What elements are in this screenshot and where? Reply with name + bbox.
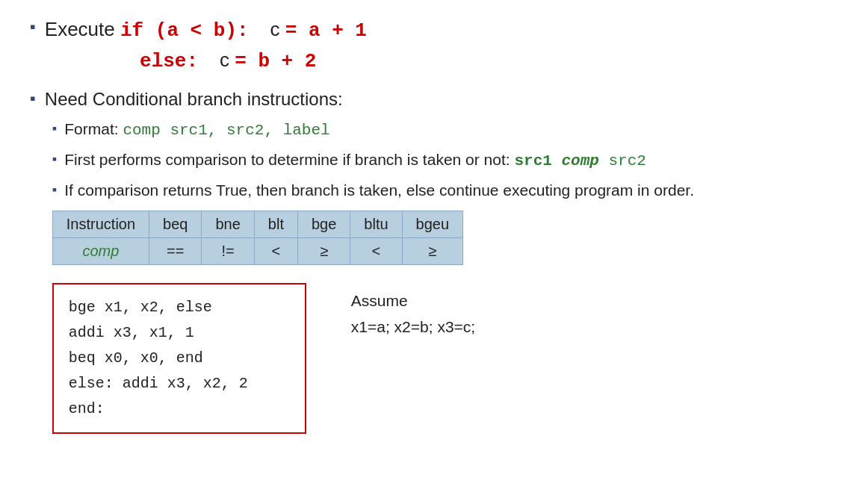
conditional-title: Need Conditional branch instructions: xyxy=(45,87,812,112)
bullet-marker-1: ▪ xyxy=(30,17,36,37)
format-code: comp src1, src2, label xyxy=(123,122,329,139)
bullet-item-conditional: ▪ Need Conditional branch instructions: … xyxy=(30,87,812,434)
code-assume-section: bge x1, x2, else addi x3, x1, 1 beq x0, … xyxy=(52,277,812,434)
sub-bullets: ▪ Format: comp src1, src2, label ▪ First… xyxy=(52,118,812,434)
table-header-instruction: Instruction xyxy=(52,211,149,237)
table-header-bge: bge xyxy=(297,211,350,237)
code-box: bge x1, x2, else addi x3, x1, 1 beq x0, … xyxy=(52,283,306,434)
else-code: else: xyxy=(140,50,198,72)
iftrue-text: If comparison returns True, then branch … xyxy=(64,179,694,201)
bullet-item-execute: ▪ Execute if (a < b): c = a + 1 else: c … xyxy=(30,15,812,76)
sub-marker-3: ▪ xyxy=(52,182,57,198)
table-cell-eq: == xyxy=(149,237,202,264)
table-cell-ltu: < xyxy=(350,237,402,264)
execute-text: Execute if (a < b): c = a + 1 else: c = … xyxy=(45,15,367,76)
comp-code: comp xyxy=(552,152,599,169)
assign2-code: = b + 2 xyxy=(235,50,316,72)
sub-bullet-comparison: ▪ First performs comparison to determine… xyxy=(52,149,812,172)
code-line-2: addi x3, x1, 1 xyxy=(69,324,194,341)
table-cell-gteu: ≥ xyxy=(402,237,463,264)
branch-table: Instruction beq bne blt bge bltu bgeu co… xyxy=(52,211,463,265)
bullet-marker-2: ▪ xyxy=(30,89,36,108)
assume-values: x1=a; x2=b; x3=c; xyxy=(351,314,475,340)
code-line-5: end: xyxy=(69,400,105,417)
if-code: if (a < b): xyxy=(120,19,249,42)
c-assign-2: c xyxy=(198,49,235,71)
table-cell-comp: comp xyxy=(52,237,149,264)
format-text: Format: comp src1, src2, label xyxy=(64,118,329,141)
comparison-text: First performs comparison to determine i… xyxy=(64,149,646,172)
table-header-bgeu: bgeu xyxy=(402,211,463,237)
src1-code: src1 xyxy=(514,152,551,169)
c-assign-1: c xyxy=(249,18,285,40)
table-header-bltu: bltu xyxy=(350,211,402,237)
code-line-3: beq x0, x0, end xyxy=(69,349,203,367)
table-cell-neq: != xyxy=(202,237,254,264)
execute-label: Execute xyxy=(45,18,120,40)
table-cell-lt: < xyxy=(254,237,297,264)
code-line-4: else: addi x3, x2, 2 xyxy=(69,375,248,392)
code-line-1: bge x1, x2, else xyxy=(69,299,212,316)
assume-title: Assume xyxy=(351,287,475,314)
sub-bullet-iftrue: ▪ If comparison returns True, then branc… xyxy=(52,179,812,201)
sub-marker-2: ▪ xyxy=(52,152,57,167)
assign1-code: = a + 1 xyxy=(285,19,367,42)
table-header-blt: blt xyxy=(254,211,297,237)
assume-block: Assume x1=a; x2=b; x3=c; xyxy=(351,277,475,340)
table-header-beq: beq xyxy=(149,211,202,237)
table-header-bne: bne xyxy=(202,211,254,237)
sub-bullet-format: ▪ Format: comp src1, src2, label xyxy=(52,118,812,141)
src2-code: src2 xyxy=(599,152,646,169)
slide-content: ▪ Execute if (a < b): c = a + 1 else: c … xyxy=(30,15,812,434)
table-cell-gte: ≥ xyxy=(297,237,350,264)
sub-marker-1: ▪ xyxy=(52,121,57,137)
format-label: Format: xyxy=(64,120,123,137)
